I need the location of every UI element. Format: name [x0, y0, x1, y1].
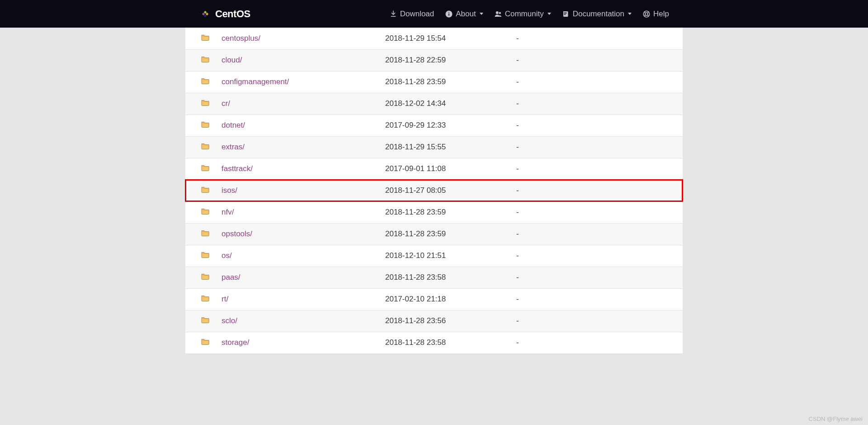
- table-row: nfv/2018-11-28 23:59-: [185, 201, 683, 223]
- date-cell: 2018-11-29 15:54: [385, 28, 516, 49]
- top-navbar: CentOS Download About Community: [0, 0, 868, 28]
- directory-link[interactable]: configmanagement/: [222, 77, 289, 86]
- directory-link[interactable]: storage/: [222, 338, 249, 347]
- svg-line-14: [644, 11, 646, 13]
- date-cell: 2018-12-02 14:34: [385, 93, 516, 115]
- chevron-down-icon: [547, 13, 551, 15]
- nav-documentation-label: Documentation: [573, 10, 624, 19]
- directory-name-cell: os/: [218, 245, 385, 267]
- folder-icon: [185, 28, 218, 49]
- centos-logo-icon: [199, 8, 212, 20]
- directory-link[interactable]: centosplus/: [222, 34, 260, 43]
- brand[interactable]: CentOS: [199, 8, 250, 20]
- table-row: centosplus/2018-11-29 15:54-: [185, 28, 683, 49]
- date-cell: 2018-11-28 22:59: [385, 49, 516, 71]
- directory-link[interactable]: cr/: [222, 99, 230, 108]
- table-row: sclo/2018-11-28 23:56-: [185, 310, 683, 332]
- directory-table: centosplus/2018-11-29 15:54- cloud/2018-…: [185, 28, 683, 354]
- svg-rect-6: [449, 12, 450, 13]
- table-row: rt/2017-02-10 21:18-: [185, 288, 683, 310]
- directory-link[interactable]: isos/: [222, 186, 237, 195]
- nav-documentation[interactable]: Documentation: [562, 10, 632, 19]
- directory-name-cell: paas/: [218, 267, 385, 288]
- directory-link[interactable]: paas/: [222, 273, 241, 282]
- table-row: storage/2018-11-28 23:58-: [185, 332, 683, 353]
- table-row: extras/2018-11-29 15:55-: [185, 136, 683, 158]
- users-icon: [494, 10, 502, 18]
- svg-point-8: [499, 12, 501, 14]
- directory-link[interactable]: nfv/: [222, 208, 234, 216]
- lifebuoy-icon: [642, 10, 651, 18]
- directory-link[interactable]: dotnet/: [222, 121, 245, 129]
- chevron-down-icon: [480, 13, 483, 15]
- folder-icon: [185, 288, 218, 310]
- svg-rect-11: [564, 14, 566, 14]
- directory-name-cell: cloud/: [218, 49, 385, 71]
- svg-point-13: [645, 13, 648, 15]
- directory-link[interactable]: cloud/: [222, 56, 242, 64]
- nav-help[interactable]: Help: [642, 10, 669, 19]
- folder-icon: [185, 71, 218, 93]
- book-icon: [562, 10, 570, 18]
- directory-name-cell: sclo/: [218, 310, 385, 332]
- nav-community-label: Community: [505, 10, 544, 19]
- size-cell: -: [516, 267, 683, 288]
- download-icon: [389, 10, 397, 18]
- directory-name-cell: rt/: [218, 288, 385, 310]
- date-cell: 2018-11-28 23:59: [385, 201, 516, 223]
- watermark: CSDN @Flyme awei: [809, 415, 863, 422]
- size-cell: -: [516, 158, 683, 180]
- folder-icon: [185, 136, 218, 158]
- folder-icon: [185, 332, 218, 353]
- table-row: opstools/2018-11-28 23:59-: [185, 223, 683, 245]
- table-row: paas/2018-11-28 23:58-: [185, 267, 683, 288]
- size-cell: -: [516, 332, 683, 353]
- directory-link[interactable]: rt/: [222, 295, 228, 303]
- directory-listing: centosplus/2018-11-29 15:54- cloud/2018-…: [185, 28, 683, 354]
- svg-rect-3: [204, 14, 207, 17]
- nav-community[interactable]: Community: [494, 10, 551, 19]
- table-row: cr/2018-12-02 14:34-: [185, 93, 683, 115]
- navbar-inner: CentOS Download About Community: [118, 8, 750, 20]
- folder-icon: [185, 310, 218, 332]
- nav-about[interactable]: About: [445, 10, 483, 19]
- directory-name-cell: centosplus/: [218, 28, 385, 49]
- directory-name-cell: cr/: [218, 93, 385, 115]
- nav-download-label: Download: [400, 10, 434, 19]
- directory-name-cell: extras/: [218, 136, 385, 158]
- nav-about-label: About: [456, 10, 476, 19]
- svg-line-16: [644, 15, 646, 16]
- date-cell: 2018-12-10 21:51: [385, 245, 516, 267]
- directory-name-cell: dotnet/: [218, 115, 385, 136]
- date-cell: 2018-11-28 23:58: [385, 267, 516, 288]
- date-cell: 2018-11-28 23:59: [385, 71, 516, 93]
- folder-icon: [185, 115, 218, 136]
- svg-rect-0: [204, 10, 207, 13]
- table-row: os/2018-12-10 21:51-: [185, 245, 683, 267]
- nav-links: Download About Community Docu: [389, 10, 669, 19]
- directory-name-cell: configmanagement/: [218, 71, 385, 93]
- directory-link[interactable]: extras/: [222, 143, 245, 151]
- directory-link[interactable]: sclo/: [222, 316, 237, 325]
- folder-icon: [185, 201, 218, 223]
- svg-point-7: [495, 11, 498, 14]
- directory-name-cell: opstools/: [218, 223, 385, 245]
- folder-icon: [185, 158, 218, 180]
- directory-link[interactable]: fasttrack/: [222, 164, 253, 173]
- brand-text: CentOS: [215, 8, 250, 20]
- size-cell: -: [516, 288, 683, 310]
- svg-rect-10: [564, 13, 566, 14]
- directory-link[interactable]: os/: [222, 251, 232, 260]
- size-cell: -: [516, 71, 683, 93]
- nav-download[interactable]: Download: [389, 10, 434, 19]
- table-row: dotnet/2017-09-29 12:33-: [185, 115, 683, 136]
- table-row: configmanagement/2018-11-28 23:59-: [185, 71, 683, 93]
- directory-name-cell: fasttrack/: [218, 158, 385, 180]
- size-cell: -: [516, 115, 683, 136]
- size-cell: -: [516, 310, 683, 332]
- table-row: fasttrack/2017-09-01 11:08-: [185, 158, 683, 180]
- size-cell: -: [516, 245, 683, 267]
- directory-link[interactable]: opstools/: [222, 229, 252, 238]
- directory-name-cell: nfv/: [218, 201, 385, 223]
- size-cell: -: [516, 93, 683, 115]
